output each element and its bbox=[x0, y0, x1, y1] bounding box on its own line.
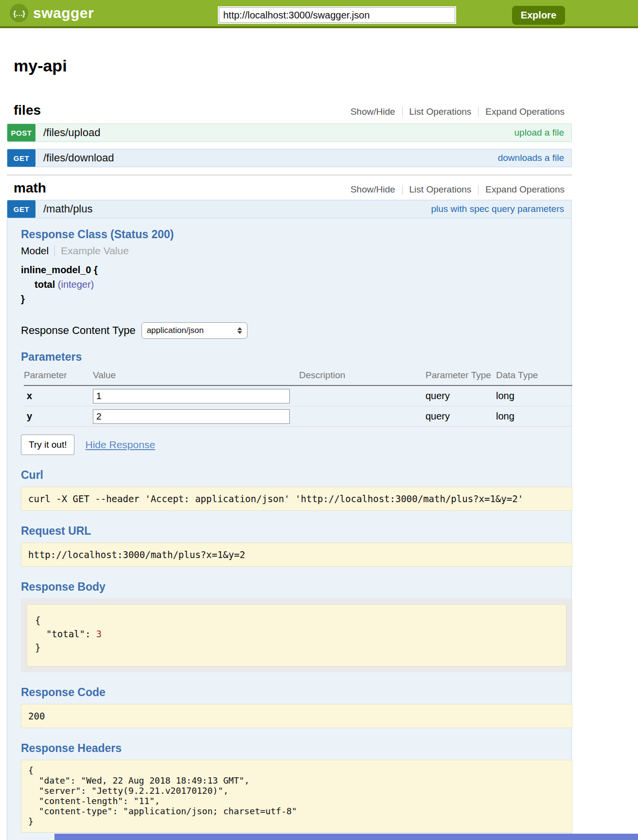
parameters-heading: Parameters bbox=[21, 350, 565, 364]
col-parameter-type: Parameter Type bbox=[425, 370, 496, 384]
param-row-x: x query long bbox=[24, 386, 572, 406]
endpoint-row-post-files-upload[interactable]: POST /files/upload upload a file bbox=[7, 123, 572, 142]
logo-text: swagger bbox=[33, 5, 94, 21]
param-type: query bbox=[425, 390, 496, 402]
response-code-box: 200 bbox=[21, 704, 572, 728]
response-content-type-row: Response Content Type application/json bbox=[21, 322, 565, 339]
endpoint-row-get-files-download[interactable]: GET /files/download downloads a file bbox=[7, 149, 572, 167]
request-url-heading: Request URL bbox=[21, 525, 565, 538]
endpoint-path-link[interactable]: /files/download bbox=[43, 152, 114, 164]
math-list-operations-link[interactable]: List Operations bbox=[409, 184, 472, 195]
control-divider bbox=[402, 185, 403, 194]
try-it-row: Try it out! Hide Response bbox=[21, 435, 565, 455]
section-divider bbox=[7, 175, 572, 175]
model-property-name: total bbox=[35, 279, 55, 290]
response-body-heading: Response Body bbox=[21, 580, 565, 594]
endpoint-summary-link[interactable]: downloads a file bbox=[498, 153, 564, 163]
curl-command-box: curl -X GET --header 'Accept: applicatio… bbox=[21, 487, 572, 511]
param-row-y: y query long bbox=[24, 406, 572, 427]
control-divider bbox=[478, 185, 478, 194]
model-property: total (integer) bbox=[35, 279, 565, 290]
method-badge-get: GET bbox=[7, 200, 35, 218]
param-data-type: long bbox=[496, 390, 572, 402]
api-title: my-api bbox=[14, 56, 572, 75]
curl-heading: Curl bbox=[21, 469, 565, 482]
operation-expanded-panel: Response Class (Status 200) Model Exampl… bbox=[7, 218, 572, 840]
tab-divider bbox=[54, 245, 55, 257]
selected-content-type: application/json bbox=[147, 326, 204, 335]
files-section-controls: Show/Hide List Operations Expand Operati… bbox=[351, 106, 565, 117]
response-body-container: { "total": 3 } bbox=[21, 598, 572, 672]
files-section-header: files Show/Hide List Operations Expand O… bbox=[7, 103, 572, 119]
model-close-line: } bbox=[21, 294, 565, 305]
json-number-value: 3 bbox=[96, 629, 102, 639]
control-divider bbox=[478, 107, 478, 117]
explore-button[interactable]: Explore bbox=[512, 6, 565, 25]
hide-response-link[interactable]: Hide Response bbox=[85, 439, 155, 451]
param-y-value-input[interactable] bbox=[93, 409, 290, 424]
response-content-type-select[interactable]: application/json bbox=[142, 322, 248, 339]
tab-example-value[interactable]: Example Value bbox=[61, 245, 129, 257]
endpoint-path-link[interactable]: /files/upload bbox=[43, 126, 100, 139]
tab-model[interactable]: Model bbox=[21, 245, 49, 257]
section-title-math[interactable]: math bbox=[14, 180, 46, 196]
files-show-hide-link[interactable]: Show/Hide bbox=[351, 106, 395, 117]
col-description: Description bbox=[299, 370, 425, 384]
math-show-hide-link[interactable]: Show/Hide bbox=[351, 184, 395, 195]
files-expand-operations-link[interactable]: Expand Operations bbox=[485, 106, 565, 117]
json-key: "total": bbox=[46, 629, 91, 639]
math-section-controls: Show/Hide List Operations Expand Operati… bbox=[351, 184, 565, 195]
endpoint-path-link[interactable]: /math/plus bbox=[43, 203, 93, 215]
param-type: query bbox=[425, 411, 496, 422]
try-it-out-button[interactable]: Try it out! bbox=[21, 435, 74, 455]
response-class-tabs: Model Example Value bbox=[21, 245, 565, 257]
response-headers-heading: Response Headers bbox=[21, 742, 565, 755]
math-section-header: math Show/Hide List Operations Expand Op… bbox=[7, 180, 572, 197]
col-value: Value bbox=[93, 370, 299, 384]
response-body-box: { "total": 3 } bbox=[27, 604, 567, 666]
request-url-box: http://localhost:3000/math/plus?x=1&y=2 bbox=[21, 542, 572, 567]
col-data-type: Data Type bbox=[496, 370, 572, 384]
model-signature: inline_model_0 { total (integer) } bbox=[21, 264, 565, 305]
json-open-brace: { bbox=[35, 615, 40, 626]
method-badge-get: GET bbox=[7, 149, 35, 167]
endpoint-summary-link[interactable]: upload a file bbox=[514, 127, 564, 138]
param-data-type: long bbox=[496, 411, 572, 422]
param-name: y bbox=[24, 411, 93, 422]
response-content-type-label: Response Content Type bbox=[21, 324, 136, 337]
main-content: my-api files Show/Hide List Operations E… bbox=[7, 56, 572, 840]
param-x-value-input[interactable] bbox=[93, 389, 290, 403]
parameters-table-header: Parameter Value Description Parameter Ty… bbox=[24, 368, 572, 385]
endpoint-row-get-math-plus[interactable]: GET /math/plus plus with spec query para… bbox=[7, 200, 572, 218]
response-headers-box: { "date": "Wed, 22 Aug 2018 18:49:13 GMT… bbox=[21, 760, 572, 833]
app-header: {…} swagger Explore bbox=[0, 0, 638, 28]
logo-braces-glyph: {…} bbox=[13, 9, 25, 18]
swagger-logo[interactable]: {…} swagger bbox=[10, 4, 94, 22]
math-expand-operations-link[interactable]: Expand Operations bbox=[485, 184, 565, 195]
model-property-type: (integer) bbox=[58, 279, 94, 290]
method-badge-post: POST bbox=[7, 124, 35, 141]
model-open-line: inline_model_0 { bbox=[21, 264, 565, 276]
json-close-brace: } bbox=[35, 642, 40, 653]
param-name: x bbox=[24, 390, 93, 402]
files-list-operations-link[interactable]: List Operations bbox=[409, 106, 472, 117]
select-arrows-icon bbox=[237, 327, 242, 334]
col-parameter: Parameter bbox=[24, 370, 93, 384]
parameters-table: Parameter Value Description Parameter Ty… bbox=[24, 368, 572, 427]
response-code-heading: Response Code bbox=[21, 686, 565, 699]
bottom-blue-bar bbox=[54, 834, 638, 840]
spec-url-field-wrap bbox=[218, 6, 456, 24]
response-class-heading: Response Class (Status 200) bbox=[21, 228, 565, 241]
swagger-logo-icon: {…} bbox=[10, 4, 28, 22]
section-title-files[interactable]: files bbox=[14, 103, 41, 118]
control-divider bbox=[402, 107, 403, 117]
spec-url-input[interactable] bbox=[219, 7, 455, 23]
endpoint-summary-link[interactable]: plus with spec query parameters bbox=[431, 204, 564, 214]
